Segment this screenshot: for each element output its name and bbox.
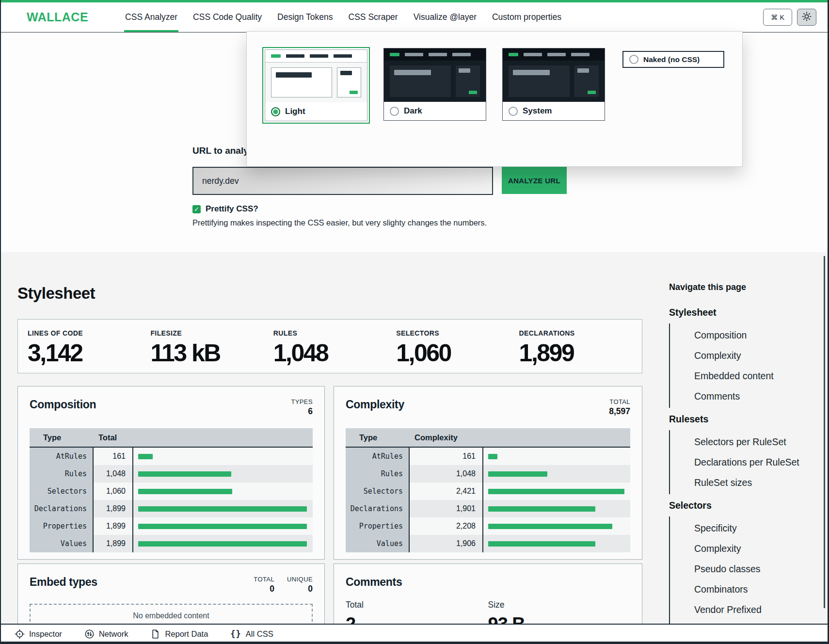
value-bar [488, 506, 595, 512]
page-nav-item-composition[interactable]: Composition [670, 325, 814, 345]
table-row: Rules1,048 [30, 465, 313, 483]
page-nav-item-comments[interactable]: Comments [670, 386, 814, 406]
theme-option-label: System [523, 106, 552, 116]
page-nav-heading-rulesets[interactable]: Rulesets [669, 409, 814, 429]
tab-visualize-layer[interactable]: Visualize @layer [406, 2, 484, 32]
row-value: 1,048 [410, 465, 483, 483]
stat-value: 1,048 [273, 339, 396, 367]
tab-css-analyzer[interactable]: CSS Analyzer [117, 2, 185, 32]
preview-nav-bar [452, 53, 471, 56]
table-header: TypeTotal [30, 428, 313, 448]
table-body: AtRules161Rules1,048Selectors1,060Declar… [30, 448, 313, 552]
prettify-checkbox[interactable]: ✓ [192, 205, 201, 213]
column-header-total: Total [94, 433, 133, 442]
scrollbar-thumb[interactable] [824, 256, 825, 608]
statusbar-inspector[interactable]: Inspector [15, 629, 62, 639]
theme-option-footer: Light [265, 102, 367, 121]
stylesheet-stats: LINES OF CODE3,142FILESIZE113 kBRULES1,0… [17, 319, 642, 373]
preview-text-bar-small [340, 71, 352, 75]
page-nav-item-vendor-prefixed[interactable]: Vendor Prefixed [670, 599, 814, 620]
page-nav-item-combinators[interactable]: Combinators [670, 579, 814, 599]
tab-design-tokens[interactable]: Design Tokens [270, 2, 340, 32]
theme-toggle-button[interactable] [797, 9, 816, 26]
page-navigation: Navigate this page StylesheetComposition… [669, 282, 814, 643]
tab-custom-properties[interactable]: Custom properties [484, 2, 569, 32]
wallace-logo[interactable]: WALLACE [27, 10, 88, 24]
preview-nav-bar [310, 54, 328, 58]
statusbar-label: Network [99, 629, 128, 639]
stat-value: 3,142 [28, 339, 150, 367]
table-row: AtRules161 [30, 448, 313, 465]
radio-naked-no-css[interactable] [629, 55, 638, 64]
row-type-label: AtRules [30, 448, 94, 465]
page-nav-item-complexity[interactable]: Complexity [670, 345, 814, 366]
row-type-label: Declarations [346, 500, 410, 517]
stat-label: LINES OF CODE [28, 329, 150, 337]
row-value: 161 [94, 448, 133, 465]
window-border-left [0, 0, 1, 644]
url-input[interactable] [192, 167, 493, 195]
page-nav-item-embedded-content[interactable]: Embedded content [670, 366, 814, 386]
theme-option-naked-no-css[interactable]: Naked (no CSS) [622, 51, 724, 68]
radio-system[interactable] [509, 107, 518, 116]
table-body: AtRules161Rules1,048Selectors2,421Declar… [346, 448, 630, 552]
row-type-label: AtRules [346, 448, 410, 465]
theme-option-system[interactable]: System [502, 48, 605, 121]
radio-light[interactable] [271, 107, 280, 116]
stat-label: RULES [273, 329, 396, 337]
table-row: Values1,899 [30, 535, 313, 552]
page-nav-item-declarations-per-ruleset[interactable]: Declarations per RuleSet [670, 452, 814, 472]
preview-nav [503, 48, 605, 61]
row-value: 1,901 [410, 500, 483, 517]
analyze-url-button[interactable]: ANALYZE URL [502, 167, 567, 194]
page-nav-group-rulesets: Selectors per RuleSetDeclarations per Ru… [669, 430, 814, 494]
network-icon [84, 629, 95, 639]
preview-text-bar-small [459, 68, 470, 73]
value-bar [138, 524, 307, 529]
page-nav-item-pseudo-classes[interactable]: Pseudo classes [670, 559, 814, 579]
all-css-icon: {} [230, 629, 241, 639]
inspector-icon [15, 629, 25, 639]
statusbar-label: All CSS [246, 629, 273, 639]
row-value: 1,899 [94, 500, 133, 517]
theme-option-label: Light [285, 107, 305, 116]
preview-text-bar [513, 70, 550, 75]
tab-css-code-quality[interactable]: CSS Code Quality [185, 2, 270, 32]
page-nav-item-specificity[interactable]: Specificity [670, 518, 814, 538]
types-badge: TYPES 6 [291, 398, 313, 417]
command-palette-button[interactable]: ⌘ K [763, 9, 792, 26]
page-nav-heading-selectors[interactable]: Selectors [669, 495, 814, 515]
statusbar-report-data[interactable]: Report Data [150, 629, 208, 639]
table-row: Properties2,208 [346, 517, 630, 535]
page-nav-item-complexity[interactable]: Complexity [670, 538, 814, 559]
prettify-checkbox-row[interactable]: ✓ Prettify CSS? [192, 204, 258, 214]
report-data-icon [150, 629, 160, 639]
nav-tabs: CSS AnalyzerCSS Code QualityDesign Token… [117, 2, 569, 32]
theme-option-dark[interactable]: Dark [383, 48, 486, 121]
row-bar-cell [483, 483, 630, 500]
theme-option-footer: System [503, 102, 605, 120]
theme-option-footer: Dark [384, 102, 486, 120]
preview-nav-bar [286, 54, 304, 58]
preview-green-chip [350, 91, 358, 94]
page-nav-group-selectors: SpecificityComplexityPseudo classesCombi… [669, 516, 814, 642]
page-nav-item-ruleset-sizes[interactable]: RuleSet sizes [670, 472, 814, 493]
value-bar [488, 471, 547, 477]
stat-label: DECLARATIONS [519, 329, 642, 337]
preview-nav-bar [429, 53, 447, 56]
preview-main-box [390, 65, 451, 97]
row-value: 1,060 [94, 483, 133, 500]
complexity-panel: Complexity TOTAL 8,597 TypeComplexityAtR… [334, 386, 642, 560]
value-bar [138, 471, 231, 477]
preview-nav-bar [334, 54, 352, 58]
radio-dark[interactable] [390, 107, 399, 116]
row-type-label: Rules [346, 465, 410, 483]
column-header-type: Type [30, 433, 94, 442]
theme-option-light[interactable]: Light [262, 47, 370, 124]
statusbar-all-css[interactable]: {}All CSS [230, 629, 273, 639]
table-row: Selectors2,421 [346, 483, 630, 500]
statusbar-network[interactable]: Network [84, 629, 128, 639]
tab-css-scraper[interactable]: CSS Scraper [341, 2, 406, 32]
page-nav-heading-stylesheet[interactable]: Stylesheet [669, 302, 814, 322]
page-nav-item-selectors-per-ruleset[interactable]: Selectors per RuleSet [670, 432, 814, 452]
